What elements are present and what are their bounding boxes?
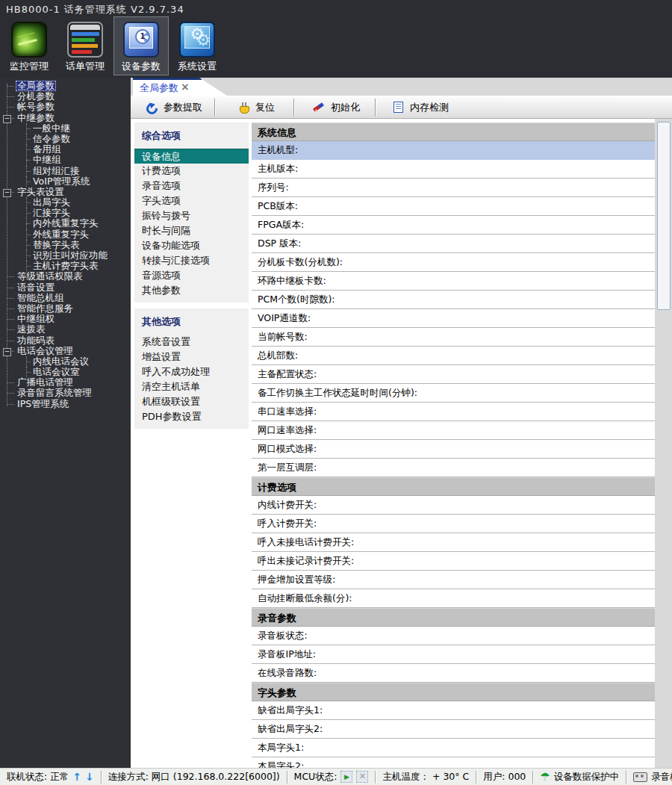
parameter-row[interactable]: 当前帐号数: [252,328,655,347]
options-item[interactable]: 其他参数 [134,283,249,298]
parameter-row[interactable]: 串口速率选择: [252,403,655,421]
collapse-toggle-icon[interactable]: − [3,115,11,123]
collapse-toggle-icon[interactable]: − [3,348,11,356]
parameter-row[interactable]: 第一层互调层: [252,459,655,477]
options-item[interactable]: 时长与间隔 [134,223,249,238]
options-item[interactable]: 增益设置 [134,350,249,364]
parameter-row[interactable]: 主机版本: [252,160,655,179]
parameter-row[interactable]: 网口模式选择: [252,440,655,459]
parameter-row[interactable]: 呼入未接电话计费开关: [252,533,655,552]
parameter-row[interactable]: 录音板状态: [252,627,655,645]
parameter-row[interactable]: PCB版本: [252,197,655,216]
parameter-row[interactable]: FPGA版本: [252,216,655,235]
extract-params-button[interactable]: 参数提取 [146,101,202,114]
tree-item[interactable]: 外线重复字头 [0,229,131,240]
tree-item[interactable]: −字头表设置 [0,187,131,197]
vertical-scrollbar[interactable] [655,119,672,768]
tree-item[interactable]: 广播电话管理 [0,377,131,388]
nav-item-device-params[interactable]: 设备参数 [113,16,169,75]
parameter-row[interactable]: 在线录音路数: [252,664,655,683]
tree-item[interactable]: 主机计费字头表 [0,261,131,271]
tree-item[interactable]: 功能码表 [0,335,131,346]
tree-item[interactable]: 识别主叫对应功能 [0,250,131,261]
options-item[interactable]: 设备信息 [134,149,249,164]
options-item[interactable]: PDH参数设置 [134,409,249,424]
parameter-row[interactable]: 总机部数: [252,347,655,365]
parameter-row[interactable]: 呼入计费开关: [252,515,655,533]
parameter-row[interactable]: 网口速率选择: [252,421,655,440]
parameter-row[interactable]: DSP 版本: [252,235,655,253]
tree-item[interactable]: 中继组 [0,155,131,165]
initialize-button[interactable]: 初始化 [313,101,360,114]
options-item[interactable]: 机框级联设置 [134,394,249,409]
tree-item[interactable]: 信令参数 [0,134,131,144]
parameter-row[interactable]: 呼出未接记录计费开关: [252,552,655,571]
tree-item[interactable]: 内线电话会议 [0,356,131,367]
scrollbar-thumb[interactable] [657,122,671,310]
tree-item[interactable]: 电话会议室 [0,367,131,377]
tree-item[interactable]: −电话会议管理 [0,346,131,356]
memory-check-button[interactable]: 内存检测 [392,101,449,114]
tree-item[interactable]: VoIP管理系统 [0,176,131,187]
tree-item[interactable]: 替换字头表 [0,240,131,250]
options-item[interactable]: 转接与汇接选项 [134,253,249,268]
options-item[interactable]: 录音选项 [134,179,249,193]
parameter-row[interactable]: 环路中继板卡数: [252,272,655,291]
tree-item[interactable]: 出局字头 [0,197,131,208]
collapse-toggle-icon[interactable]: − [3,189,11,197]
upload-arrow-icon: ↑ [72,771,81,783]
mcu-status: MCU状态: ▶ ✕ [287,769,376,785]
options-item[interactable]: 振铃与拨号 [134,208,249,223]
tab-global-params[interactable]: 全局参数 × [133,78,227,96]
nav-label: 系统设置 [178,60,217,73]
play-icon[interactable]: ▶ [340,771,352,783]
parameter-row[interactable]: 押金增加设置等级: [252,571,655,589]
nav-item-monitor-management[interactable]: 监控管理 [1,16,57,75]
tree-item[interactable]: 语音设置 [0,282,131,293]
parameter-row[interactable]: 主机机型: [252,141,655,160]
tree-item[interactable]: 智能作息服务 [0,303,131,314]
options-item[interactable]: 设备功能选项 [134,238,249,253]
options-item[interactable]: 字头选项 [134,193,249,208]
options-item[interactable]: 呼入不成功处理 [134,364,249,379]
nav-item-call-records[interactable]: 话单管理 [57,16,113,75]
stop-disabled-icon: ✕ [356,771,368,783]
tree-item[interactable]: 录音留言系统管理 [0,388,131,398]
connection-text: 连接方式: 网口 (192.168.0.222[6000]) [108,771,280,784]
parameter-row[interactable]: 主备配置状态: [252,365,655,384]
tree-item[interactable]: IPS管理系统 [0,399,131,409]
tree-item[interactable]: −中继参数 [0,113,131,123]
download-arrow-icon: ↓ [85,771,94,783]
tree-item[interactable]: 帐号参数 [0,102,131,112]
parameter-row[interactable]: 序列号: [252,179,655,197]
parameter-row[interactable]: 分机板卡数(分机数): [252,253,655,272]
tree-item[interactable]: 汇接字头 [0,208,131,218]
reset-button[interactable]: 复位 [237,101,275,114]
tree-item[interactable]: 中继组权 [0,314,131,324]
tree-item[interactable]: 一般中继 [0,123,131,134]
parameter-row[interactable]: 自动挂断最低余额(分): [252,589,655,608]
options-item[interactable]: 音源选项 [134,268,249,283]
tree-item[interactable]: 组对组汇接 [0,166,131,176]
tree-item[interactable]: 分机参数 [0,91,131,102]
parameter-row[interactable]: 本局字头1: [252,739,655,757]
parameter-row[interactable]: 缺省出局字头1: [252,701,655,720]
tree-item[interactable]: 等级通话权限表 [0,271,131,282]
tree-item[interactable]: 智能总机组 [0,293,131,303]
parameter-row[interactable]: 内线计费开关: [252,496,655,515]
tree-item[interactable]: 速拨表 [0,324,131,335]
nav-item-system-settings[interactable]: 系统设置 [169,16,225,75]
parameter-row[interactable]: 备工作切换主工作状态延时时间(分钟): [252,384,655,403]
parameter-row[interactable]: PCM个数(时隙数): [252,291,655,309]
parameter-row[interactable]: 录音板IP地址: [252,645,655,664]
close-icon[interactable]: × [181,81,190,93]
tree-item[interactable]: 全局参数 [0,81,131,91]
parameter-row[interactable]: 缺省出局字头2: [252,720,655,739]
parameter-row[interactable]: VOIP通道数: [252,309,655,328]
options-item[interactable]: 计费选项 [134,164,249,179]
tree-item[interactable]: 内外线重复字头 [0,218,131,229]
tree-item[interactable]: 备用组 [0,144,131,155]
options-item[interactable]: 清空主机话单 [134,379,249,394]
recorder-text: 录音板不存在 [651,771,672,784]
options-item[interactable]: 系统音设置 [134,335,249,350]
